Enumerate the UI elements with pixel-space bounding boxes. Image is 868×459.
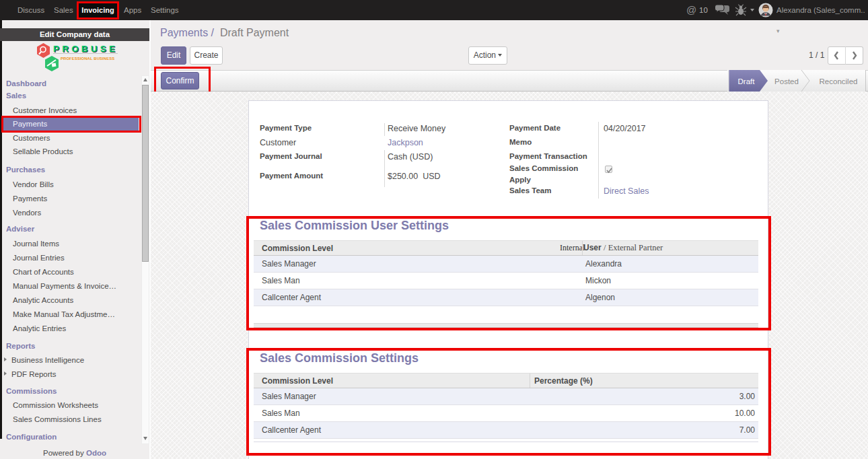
svg-text:Posted: Posted: [774, 77, 799, 85]
svg-text:PROFESSIONAL BUSINESS: PROFESSIONAL BUSINESS: [61, 57, 114, 61]
svg-text:PROBUSE: PROBUSE: [53, 44, 118, 54]
svg-text:Draft: Draft: [738, 77, 756, 85]
svg-text:Reconciled: Reconciled: [820, 77, 858, 85]
